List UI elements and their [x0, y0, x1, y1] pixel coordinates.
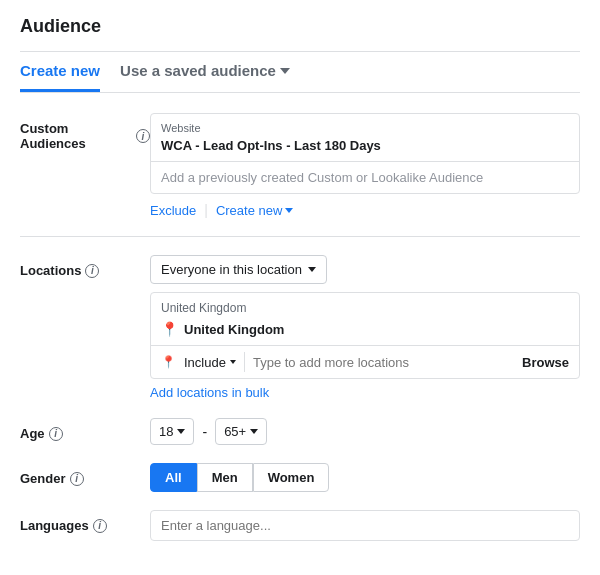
languages-info-icon[interactable]: i [93, 519, 107, 533]
age-inputs-row: 18 - 65+ [150, 418, 580, 445]
locations-info-icon[interactable]: i [85, 264, 99, 278]
age-row: Age i 18 - 65+ [20, 418, 580, 445]
gender-women-button[interactable]: Women [253, 463, 330, 492]
custom-audiences-row: Custom Audiences i Website WCA - Lead Op… [20, 113, 580, 218]
create-new-link[interactable]: Create new [216, 203, 293, 218]
location-dropdown-arrow-icon [308, 267, 316, 272]
languages-content [150, 510, 580, 541]
gender-content: All Men Women [150, 463, 580, 492]
age-label: Age i [20, 418, 150, 441]
language-input[interactable] [150, 510, 580, 541]
custom-audiences-content: Website WCA - Lead Opt-Ins - Last 180 Da… [150, 113, 580, 218]
tab-create-new[interactable]: Create new [20, 52, 100, 92]
age-min-dropdown[interactable]: 18 [150, 418, 194, 445]
custom-audiences-box: Website WCA - Lead Opt-Ins - Last 180 Da… [150, 113, 580, 194]
audience-placeholder: Add a previously created Custom or Looka… [151, 161, 579, 193]
age-max-dropdown[interactable]: 65+ [215, 418, 267, 445]
website-label: Website [151, 114, 579, 136]
locations-content: Everyone in this location United Kingdom… [150, 255, 580, 400]
add-bulk-anchor[interactable]: Add locations in bulk [150, 385, 269, 400]
locations-row: Locations i Everyone in this location Un… [20, 255, 580, 400]
add-bulk-link: Add locations in bulk [150, 385, 580, 400]
gender-row: Gender i All Men Women [20, 463, 580, 492]
audience-main-value: WCA - Lead Opt-Ins - Last 180 Days [151, 136, 579, 161]
gender-men-button[interactable]: Men [197, 463, 253, 492]
include-pin-icon: 📍 [161, 355, 176, 369]
age-max-arrow-icon [250, 429, 258, 434]
tabs-row: Create new Use a saved audience [20, 52, 580, 93]
custom-audiences-label: Custom Audiences i [20, 113, 150, 151]
tab-use-saved[interactable]: Use a saved audience [120, 52, 290, 92]
location-country-label: United Kingdom [151, 293, 579, 317]
exclude-create-row: Exclude | Create new [150, 202, 580, 218]
languages-label: Languages i [20, 510, 150, 533]
locations-label: Locations i [20, 255, 150, 278]
age-min-arrow-icon [177, 429, 185, 434]
input-separator [244, 352, 245, 372]
use-saved-arrow-icon [280, 68, 290, 74]
gender-label: Gender i [20, 463, 150, 486]
audience-panel: Audience Create new Use a saved audience… [0, 0, 600, 575]
page-title: Audience [20, 16, 580, 37]
location-search-input[interactable] [253, 355, 514, 370]
gender-all-button[interactable]: All [150, 463, 197, 492]
pin-icon: 📍 [161, 321, 178, 337]
section-divider [20, 236, 580, 237]
include-dropdown[interactable]: Include [184, 355, 236, 370]
age-content: 18 - 65+ [150, 418, 580, 445]
languages-row: Languages i [20, 510, 580, 541]
location-country-selected: 📍 United Kingdom [151, 317, 579, 345]
location-box: United Kingdom 📍 United Kingdom 📍 Includ… [150, 292, 580, 379]
exclude-link[interactable]: Exclude [150, 203, 196, 218]
age-dash: - [202, 424, 207, 440]
include-arrow-icon [230, 360, 236, 364]
browse-button[interactable]: Browse [522, 355, 569, 370]
create-new-arrow-icon [285, 208, 293, 213]
use-saved-label: Use a saved audience [120, 62, 276, 79]
custom-audiences-info-icon[interactable]: i [136, 129, 150, 143]
location-input-row: 📍 Include Browse [151, 345, 579, 378]
pipe-divider: | [204, 202, 208, 218]
age-info-icon[interactable]: i [49, 427, 63, 441]
gender-info-icon[interactable]: i [70, 472, 84, 486]
gender-buttons-row: All Men Women [150, 463, 580, 492]
location-dropdown-button[interactable]: Everyone in this location [150, 255, 327, 284]
